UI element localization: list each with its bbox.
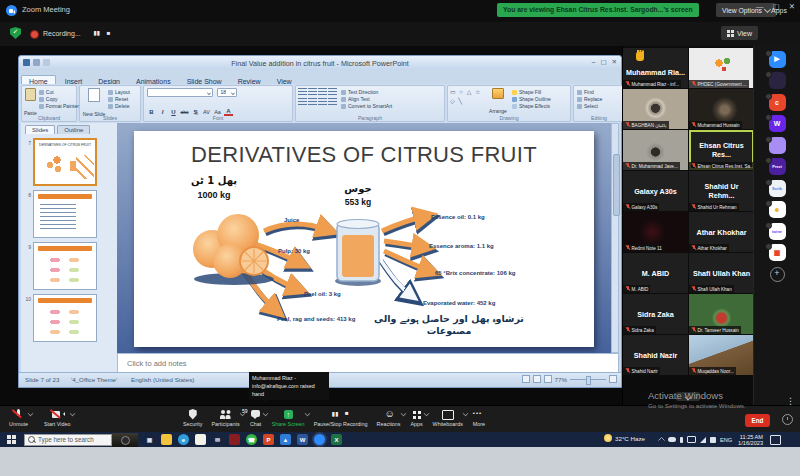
- chevron-up-icon[interactable]: [400, 411, 406, 417]
- cut-button[interactable]: Cut: [39, 89, 79, 95]
- find-button[interactable]: Find: [577, 89, 621, 95]
- delete-button[interactable]: Delete: [108, 103, 130, 109]
- toolbar-whiteboards-button[interactable]: Whiteboards: [430, 408, 466, 427]
- replace-button[interactable]: Replace: [577, 96, 621, 102]
- toolbar-pause-stop-recording-button[interactable]: Pause/Stop Recording: [311, 408, 371, 427]
- toolbar-more-button[interactable]: More: [469, 408, 489, 427]
- more-options-icon[interactable]: ⋮: [786, 396, 795, 406]
- participant-tile[interactable]: Dr. Tanveer Hussain: [689, 294, 754, 334]
- font-name-combo[interactable]: [147, 88, 213, 97]
- participant-tile[interactable]: Shahid NazirShahid Nazir: [623, 335, 688, 375]
- channels-app-icon[interactable]: ▶: [769, 51, 786, 68]
- normal-view-button[interactable]: [522, 375, 530, 383]
- shapes-gallery[interactable]: ▭ ○ △ ☆ ◇ ╲: [450, 88, 484, 117]
- participant-tile[interactable]: Shafi Ullah KhanShafi Ullah Khan: [689, 253, 754, 293]
- numbering-icon[interactable]: [308, 88, 317, 95]
- participant-tile[interactable]: BAGHBAN باغبان: [623, 89, 688, 129]
- word-icon[interactable]: W: [297, 434, 308, 445]
- whatsapp-icon[interactable]: ☎: [246, 434, 257, 445]
- chevron-up-icon[interactable]: [262, 411, 268, 417]
- shape-fill-button[interactable]: Shape Fill: [512, 89, 551, 95]
- warmly-app-icon[interactable]: W: [769, 115, 786, 132]
- panel-tab-outline[interactable]: Outline: [57, 125, 90, 134]
- toolbar-apps-button[interactable]: Apps: [407, 408, 427, 427]
- slide-sorter-button[interactable]: [533, 375, 541, 383]
- prezi-app-icon[interactable]: Prezi: [769, 158, 786, 175]
- coda-app-icon[interactable]: c: [769, 94, 786, 111]
- scribble-app-icon[interactable]: Scrib: [769, 180, 786, 197]
- pause-recording-button[interactable]: ▮▮: [92, 29, 101, 38]
- volume-icon[interactable]: [710, 437, 716, 443]
- twine-app-icon[interactable]: twine: [769, 223, 786, 240]
- search-highlight-image[interactable]: [112, 433, 138, 447]
- fit-to-window-button[interactable]: [609, 375, 617, 383]
- taskbar-clock[interactable]: 11:25 AM 1/16/2023: [731, 434, 763, 447]
- mural-app-icon[interactable]: [769, 72, 786, 89]
- slide-thumbnail[interactable]: [33, 294, 97, 342]
- toolbar-unmute-button[interactable]: Unmute: [6, 408, 31, 427]
- zoom-slider[interactable]: [570, 379, 606, 380]
- participant-tile[interactable]: Dr. Muhammad Jave...: [623, 130, 688, 170]
- font-size-combo[interactable]: 18: [217, 88, 237, 97]
- participant-tile[interactable]: Sidra ZakaSidra Zaka: [623, 294, 688, 334]
- ppt-maximize-button[interactable]: ▢: [600, 58, 606, 66]
- align-left-icon[interactable]: [298, 98, 307, 105]
- mic-tray-icon[interactable]: [680, 437, 683, 443]
- indent-icon[interactable]: [318, 88, 327, 95]
- align-center-icon[interactable]: [308, 98, 317, 105]
- participant-tile[interactable]: Muhammad Ria...Muhammad Riaz - inf...: [623, 48, 688, 88]
- shape-outline-button[interactable]: Shape Outline: [512, 96, 551, 102]
- end-meeting-button[interactable]: End: [745, 414, 770, 427]
- slideshow-button[interactable]: [544, 375, 552, 383]
- participant-tile[interactable]: Galaxy A30sGalaxy A30s: [623, 171, 688, 211]
- format-painter-button[interactable]: Format Painter: [39, 103, 79, 109]
- panel-tab-slides[interactable]: Slides: [25, 125, 55, 134]
- excel-icon[interactable]: X: [331, 434, 342, 445]
- photos-icon[interactable]: ▲: [280, 434, 291, 445]
- participant-tile[interactable]: Muqaddas Noor...: [689, 335, 754, 375]
- toolbar-reactions-button[interactable]: Reactions: [374, 408, 404, 427]
- participant-tile[interactable]: Athar KhokharAthar Khokhar: [689, 212, 754, 252]
- onedrive-icon[interactable]: [668, 437, 676, 442]
- justify-icon[interactable]: [328, 98, 337, 105]
- participant-tile[interactable]: PHDEC (Government ...: [689, 48, 754, 88]
- add-app-button[interactable]: +: [770, 267, 785, 282]
- task-view-icon[interactable]: ▣: [144, 434, 155, 445]
- participant-tile[interactable]: Muhammad Hussain: [689, 89, 754, 129]
- toolbar-start-video-button[interactable]: Start Video: [41, 408, 74, 427]
- apps-grid-icon[interactable]: ▦: [769, 244, 786, 261]
- scrollbar-thumb[interactable]: [613, 154, 620, 216]
- encryption-shield-icon[interactable]: [10, 27, 21, 39]
- shape-effects-button[interactable]: Shape Effects: [512, 103, 551, 109]
- toolbar-participants-button[interactable]: 59Participants: [208, 408, 242, 427]
- toolbar-chat-button[interactable]: Chat: [246, 408, 266, 427]
- clock-icon[interactable]: [782, 414, 793, 425]
- zoom-icon[interactable]: [314, 434, 325, 445]
- participant-tile[interactable]: Shahid Ur Rehm...Shahid Ur Rehman: [689, 171, 754, 211]
- select-button[interactable]: Select: [577, 103, 621, 109]
- reset-button[interactable]: Reset: [108, 96, 130, 102]
- participant-tile[interactable]: M. ABIDM. ABID: [623, 253, 688, 293]
- network-icon[interactable]: [700, 437, 706, 443]
- ppt-close-button[interactable]: ✕: [612, 58, 617, 66]
- smiley-app-icon[interactable]: ☻: [769, 201, 786, 218]
- hidden-icons-chevron[interactable]: [658, 437, 665, 444]
- chevron-up-icon[interactable]: [28, 411, 34, 417]
- toolbar-security-button[interactable]: Security: [180, 408, 205, 427]
- stop-recording-button[interactable]: ■: [104, 29, 113, 38]
- view-button[interactable]: View: [721, 26, 758, 40]
- ppt-minimize-button[interactable]: –: [592, 58, 596, 66]
- bullets-icon[interactable]: [298, 88, 307, 95]
- display-tray-icon[interactable]: [687, 436, 696, 443]
- start-button[interactable]: [7, 435, 16, 444]
- text-direction-button[interactable]: Text Direction: [341, 89, 392, 95]
- chevron-up-icon[interactable]: [423, 411, 429, 417]
- slide-thumbnail[interactable]: [33, 190, 97, 238]
- line-spacing-icon[interactable]: [328, 88, 337, 95]
- toolbar-share-screen-button[interactable]: Share Screen: [269, 408, 308, 427]
- minimize-button[interactable]: —: [756, 2, 764, 11]
- action-center-icon[interactable]: [770, 435, 781, 445]
- close-button[interactable]: ✕: [789, 2, 795, 11]
- chevron-up-icon[interactable]: [304, 411, 310, 417]
- mail-icon[interactable]: ✉: [212, 434, 223, 445]
